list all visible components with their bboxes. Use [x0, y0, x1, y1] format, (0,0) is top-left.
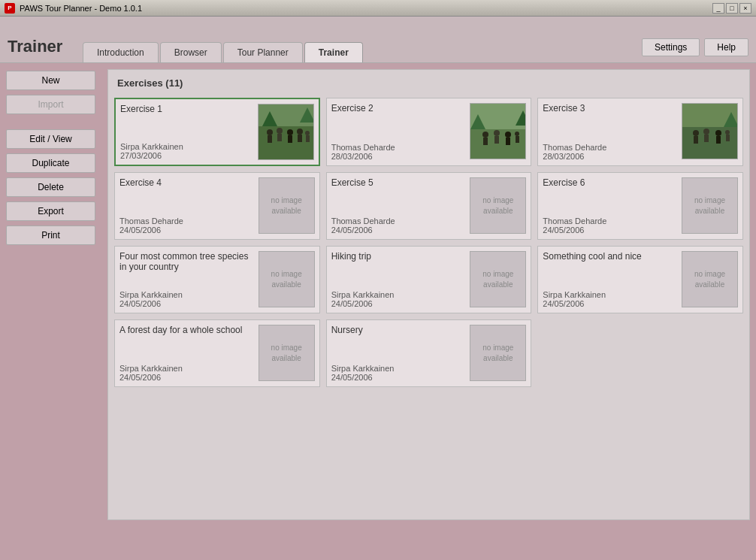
exercise-card-4[interactable]: Exercise 4 Thomas Deharde 24/05/2006 no …	[114, 172, 320, 240]
svg-rect-1	[259, 126, 313, 160]
exercise-name-7: Four most common tree species in your co…	[119, 251, 254, 272]
svg-point-28	[693, 130, 699, 136]
settings-button[interactable]: Settings	[642, 38, 700, 56]
svg-rect-23	[516, 136, 519, 143]
svg-rect-31	[704, 135, 709, 142]
exercise-name-6: Exercise 6	[543, 177, 677, 188]
svg-point-20	[505, 132, 511, 138]
svg-point-10	[305, 131, 310, 135]
exercise-author-4: Thomas Deharde	[119, 216, 254, 226]
body-area: New Import Edit / View Duplicate Delete …	[0, 63, 756, 560]
exercise-card-6[interactable]: Exercise 6 Thomas Deharde 24/05/2006 no …	[537, 172, 743, 240]
exercise-image-11: no imageavailable	[470, 325, 526, 381]
svg-point-30	[703, 129, 709, 135]
window-title: PAWS Tour Planner - Demo 1.0.1	[20, 4, 712, 13]
svg-rect-7	[288, 135, 292, 143]
close-button[interactable]: ×	[739, 3, 751, 14]
exercise-date-10: 24/05/2006	[119, 373, 254, 382]
exercise-info-11: Nursery Sirpa Karkkainen 24/05/2006	[331, 325, 466, 382]
exercise-image-3	[682, 103, 738, 159]
app-title: Trainer	[8, 37, 68, 62]
svg-rect-9	[298, 135, 302, 142]
svg-point-18	[494, 130, 500, 136]
exercise-author-8: Sirpa Karkkainen	[331, 290, 466, 299]
exercise-author-10: Sirpa Karkkainen	[119, 364, 254, 373]
svg-rect-19	[494, 136, 499, 144]
exercise-info-8: Hiking trip Sirpa Karkkainen 24/05/2006	[331, 251, 466, 308]
svg-rect-29	[694, 136, 698, 144]
exercise-date-5: 24/05/2006	[331, 226, 466, 235]
tab-tour-planner[interactable]: Tour Planner	[223, 42, 303, 62]
exercise-name-5: Exercise 5	[331, 177, 466, 188]
svg-point-8	[297, 129, 303, 135]
exercise-card-2[interactable]: Exercise 2 Thomas Deharde 28/03/2006	[326, 98, 532, 166]
svg-point-2	[267, 129, 273, 135]
exercise-card-10[interactable]: A forest day for a whole school Sirpa Ka…	[114, 319, 320, 387]
exercise-author-9: Sirpa Karkkainen	[543, 290, 677, 299]
exercise-date-11: 24/05/2006	[331, 373, 466, 382]
app-container: Trainer Introduction Browser Tour Planne…	[0, 17, 756, 560]
exercise-date-3: 28/03/2006	[543, 152, 677, 161]
exercise-author-11: Sirpa Karkkainen	[331, 364, 466, 373]
exercises-title: Exercises (11)	[114, 76, 743, 90]
print-button[interactable]: Print	[6, 226, 95, 245]
tab-introduction[interactable]: Introduction	[83, 42, 159, 62]
exercise-author-5: Thomas Deharde	[331, 216, 466, 226]
tab-bar: Introduction Browser Tour Planner Traine…	[83, 42, 642, 62]
svg-rect-35	[726, 135, 730, 141]
tab-browser[interactable]: Browser	[160, 42, 222, 62]
export-button[interactable]: Export	[6, 201, 95, 221]
exercise-image-9: no imageavailable	[682, 251, 738, 307]
exercise-image-2	[470, 103, 526, 159]
exercise-info-1: Exercise 1 Sirpa Karkkainen 27/03/2006	[120, 104, 253, 160]
svg-rect-3	[268, 135, 272, 143]
delete-button[interactable]: Delete	[6, 177, 95, 197]
exercise-name-8: Hiking trip	[331, 251, 466, 262]
svg-point-6	[287, 129, 293, 135]
exercise-date-1: 27/03/2006	[120, 151, 253, 160]
svg-point-34	[725, 130, 730, 135]
edit-view-button[interactable]: Edit / View	[6, 129, 95, 149]
exercise-author-1: Sirpa Karkkainen	[120, 142, 253, 151]
exercise-image-6: no imageavailable	[682, 177, 738, 234]
top-navigation: Trainer Introduction Browser Tour Planne…	[0, 17, 756, 63]
exercise-date-2: 28/03/2006	[331, 152, 466, 161]
svg-rect-11	[306, 135, 310, 142]
exercise-info-3: Exercise 3 Thomas Deharde 28/03/2006	[543, 103, 677, 161]
svg-rect-33	[716, 136, 721, 144]
exercise-name-9: Something cool and nice	[543, 251, 677, 262]
svg-rect-5	[277, 134, 282, 141]
exercise-date-7: 24/05/2006	[119, 299, 254, 308]
exercise-card-1[interactable]: Exercise 1 Sirpa Karkkainen 27/03/2006	[114, 98, 320, 166]
exercise-name-2: Exercise 2	[331, 103, 466, 114]
maximize-button[interactable]: □	[726, 3, 738, 14]
exercise-card-8[interactable]: Hiking trip Sirpa Karkkainen 24/05/2006 …	[326, 246, 532, 313]
app-icon: P	[5, 3, 15, 14]
exercise-card-7[interactable]: Four most common tree species in your co…	[114, 246, 320, 313]
sidebar-spacer	[6, 119, 95, 125]
exercise-card-11[interactable]: Nursery Sirpa Karkkainen 24/05/2006 no i…	[326, 319, 532, 387]
exercise-name-4: Exercise 4	[119, 177, 254, 188]
exercise-name-3: Exercise 3	[543, 103, 677, 114]
minimize-button[interactable]: _	[712, 3, 724, 14]
exercise-card-3[interactable]: Exercise 3 Thomas Deharde 28/03/2006	[537, 98, 743, 166]
help-button[interactable]: Help	[704, 38, 748, 56]
main-content: Exercises (11) Exercise 1 Sirpa Karkkain…	[101, 63, 756, 560]
import-button[interactable]: Import	[6, 95, 95, 114]
window-controls[interactable]: _ □ ×	[712, 3, 751, 14]
new-button[interactable]: New	[6, 71, 95, 90]
exercises-panel: Exercises (11) Exercise 1 Sirpa Karkkain…	[107, 69, 750, 520]
exercise-image-5: no imageavailable	[470, 177, 526, 234]
exercise-image-10: no imageavailable	[259, 325, 315, 381]
exercise-card-9[interactable]: Something cool and nice Sirpa Karkkainen…	[537, 246, 743, 313]
svg-rect-17	[483, 138, 488, 145]
exercise-date-4: 24/05/2006	[119, 226, 254, 235]
exercise-image-8: no imageavailable	[470, 251, 526, 307]
duplicate-button[interactable]: Duplicate	[6, 153, 95, 173]
svg-point-4	[277, 128, 283, 134]
exercise-info-9: Something cool and nice Sirpa Karkkainen…	[543, 251, 677, 308]
exercise-image-4: no imageavailable	[259, 177, 315, 234]
exercise-card-5[interactable]: Exercise 5 Thomas Deharde 24/05/2006 no …	[326, 172, 532, 240]
tab-trainer[interactable]: Trainer	[304, 42, 363, 62]
exercise-name-11: Nursery	[331, 325, 466, 335]
